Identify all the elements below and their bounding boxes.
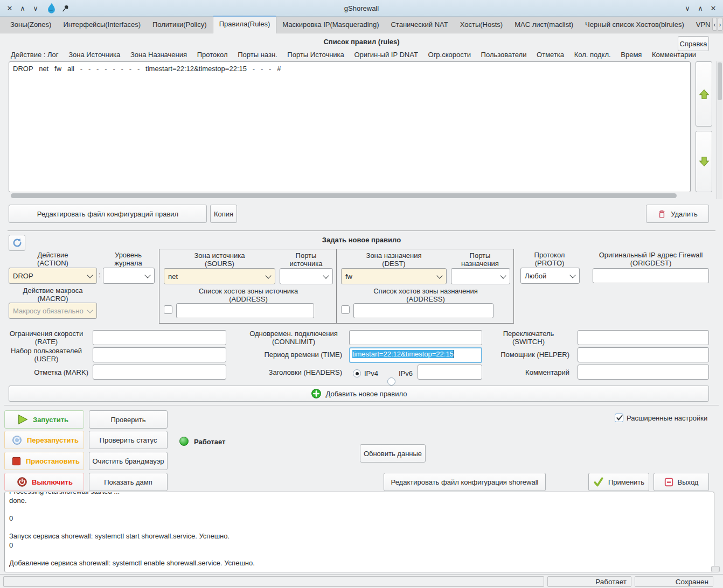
user-input[interactable] xyxy=(93,347,226,362)
gshorewall-window: { "w": { "title": "gShorewall", "ic": { … xyxy=(0,0,723,588)
start-button[interactable]: Запустить xyxy=(4,410,84,429)
exit-button[interactable]: Выход xyxy=(654,473,709,491)
tab-blrules[interactable]: Черный список Хостов(blrules) xyxy=(579,17,690,33)
exit-icon xyxy=(664,478,673,487)
show-dump-button[interactable]: Показать дамп xyxy=(89,473,168,491)
ipv4-radio[interactable] xyxy=(353,369,361,377)
check-status-button[interactable]: Проверить статус xyxy=(89,431,168,449)
col-mark: Отметка xyxy=(537,51,564,59)
macro-select[interactable]: Макросу обязательно xyxy=(9,303,97,319)
source-address-label: Список хостов зоны источника(ADDRESS) xyxy=(164,287,333,303)
edit-shorewall-config-button[interactable]: Редактировать файл конфигурация shorewal… xyxy=(384,473,546,491)
log-output[interactable]: Processing /etc/shorewall started ... do… xyxy=(4,492,714,572)
mark-input[interactable] xyxy=(93,365,226,380)
maximize-icon[interactable]: ∧ xyxy=(694,4,707,12)
apply-label: Применить xyxy=(608,478,644,486)
time-input[interactable]: timestart=22:12&timestop=22:15 xyxy=(349,347,482,363)
log-line: Processing /etc/shorewall started ... xyxy=(9,492,710,496)
rules-hscrollbar[interactable] xyxy=(9,193,691,199)
move-rule-up-button[interactable] xyxy=(696,61,712,127)
col-source-ports: Порты Источника xyxy=(287,51,344,59)
rule-row[interactable]: DROP net fw all - - - - - - - - timestar… xyxy=(9,62,690,75)
connlimit-label: Одновремен. подключения(CONNLIMIT) xyxy=(245,330,342,346)
close-icon[interactable]: ✕ xyxy=(707,4,720,12)
tab-scroll-right-icon[interactable]: › xyxy=(718,18,722,31)
rate-label: Ограничения скорости(RATE) xyxy=(4,330,88,346)
restart-icon xyxy=(11,435,23,446)
edit-rules-config-button[interactable]: Редактировать файл конфигураций правил xyxy=(9,205,207,223)
check-button[interactable]: Проверить xyxy=(89,410,168,429)
tab-vpn-tunnels[interactable]: VPN тунел xyxy=(690,17,712,33)
log-line: done. xyxy=(9,496,710,506)
comment-input[interactable] xyxy=(578,365,709,380)
dest-address-checkbox[interactable] xyxy=(341,305,350,314)
dest-address-input[interactable] xyxy=(353,303,493,318)
add-rule-label: Добавить новое правило xyxy=(326,390,407,398)
comment-label: Комментарий xyxy=(488,368,569,376)
shutdown-label: Выключить xyxy=(32,478,73,486)
chevron-down-icon xyxy=(323,272,329,278)
copy-rule-button[interactable]: Копия xyxy=(210,205,237,223)
source-ports-select[interactable] xyxy=(280,268,333,284)
headers-label: Заголовки (HEADERS) xyxy=(237,368,342,376)
tab-interfaces[interactable]: Интерфейсы(Interfaces) xyxy=(57,17,147,33)
tab-hosts[interactable]: Хосты(Hosts) xyxy=(454,17,509,33)
connlimit-input[interactable] xyxy=(349,330,482,345)
pause-label: Приостановить xyxy=(26,457,80,465)
ipv4-radio-label[interactable]: IPv4 xyxy=(364,369,378,377)
help-button[interactable]: Справка xyxy=(678,36,709,51)
apply-button[interactable]: Применить xyxy=(588,473,649,491)
refresh-data-button[interactable]: Обновить данные xyxy=(360,444,426,463)
tab-rules[interactable]: Правила(Rules) xyxy=(213,16,277,33)
start-label: Запустить xyxy=(33,416,68,424)
move-rule-down-button[interactable] xyxy=(696,131,712,192)
rules-vscrollbar[interactable] xyxy=(717,61,722,199)
arrow-up-icon xyxy=(698,88,710,100)
ipv6-radio[interactable] xyxy=(387,377,395,386)
tab-zones[interactable]: Зоны(Zones) xyxy=(4,17,57,33)
source-zone-select[interactable]: net xyxy=(164,268,275,284)
rate-input[interactable] xyxy=(93,330,226,345)
log-line xyxy=(9,523,710,532)
source-address-checkbox[interactable] xyxy=(164,305,172,314)
source-address-input[interactable] xyxy=(176,303,314,318)
restart-button[interactable]: Перезапустить xyxy=(4,431,84,449)
rules-vscrollbar-thumb[interactable] xyxy=(718,62,722,100)
minimize-icon[interactable]: ∨ xyxy=(681,4,694,12)
protocol-select[interactable]: Любой xyxy=(520,268,580,284)
dest-zone-label: Зона назначения(DEST) xyxy=(341,251,447,268)
action-select[interactable]: DROP xyxy=(9,268,97,284)
helper-input[interactable] xyxy=(578,347,709,362)
rules-list-title: Список правил (rules) xyxy=(0,38,723,46)
pause-button[interactable]: Приостановить xyxy=(4,452,84,470)
col-action-log: Действие : Лог xyxy=(11,51,59,59)
tab-scroll-left-icon[interactable]: ‹ xyxy=(712,18,717,31)
action-log-colon: : xyxy=(99,271,101,279)
log-line: Запуск сервиса shorewall: systemctl star… xyxy=(9,532,710,541)
log-level-select[interactable] xyxy=(103,268,155,284)
dest-zone-select[interactable]: fw xyxy=(341,268,447,284)
col-rate-limit: Огр.скорости xyxy=(428,51,471,59)
clear-firewall-button[interactable]: Очистить брандмауэр xyxy=(89,452,168,470)
log-scrollbar-corner[interactable] xyxy=(711,566,720,572)
shutdown-button[interactable]: Выключить xyxy=(4,473,84,491)
statusbar-state-segment: Работает xyxy=(547,576,631,587)
tab-masquerading[interactable]: Маскировка IP(Masquerading) xyxy=(276,17,385,33)
headers-input[interactable] xyxy=(418,365,482,380)
add-rule-button[interactable]: Добавить новое правило xyxy=(9,386,709,402)
tab-static-nat[interactable]: Станический NAT xyxy=(385,17,454,33)
rules-hscrollbar-thumb[interactable] xyxy=(11,193,677,198)
delete-rule-button[interactable]: Удалить xyxy=(646,205,709,223)
col-dest-ports: Порты назн. xyxy=(238,51,277,59)
chevron-down-icon xyxy=(87,307,93,313)
tab-maclist[interactable]: MAC лист(maclist) xyxy=(509,17,579,33)
tab-policy[interactable]: Политики(Policy) xyxy=(147,17,213,33)
switch-input[interactable] xyxy=(578,330,709,345)
rules-list[interactable]: DROP net fw all - - - - - - - - timestar… xyxy=(9,61,691,192)
restart-label: Перезапустить xyxy=(27,436,79,444)
dest-ports-select[interactable] xyxy=(451,268,510,284)
advanced-settings-label[interactable]: Расширенные настройки xyxy=(627,414,707,422)
origdest-input[interactable] xyxy=(593,268,709,283)
advanced-settings-checkbox[interactable] xyxy=(615,414,623,422)
ipv6-radio-label[interactable]: IPv6 xyxy=(399,369,413,377)
